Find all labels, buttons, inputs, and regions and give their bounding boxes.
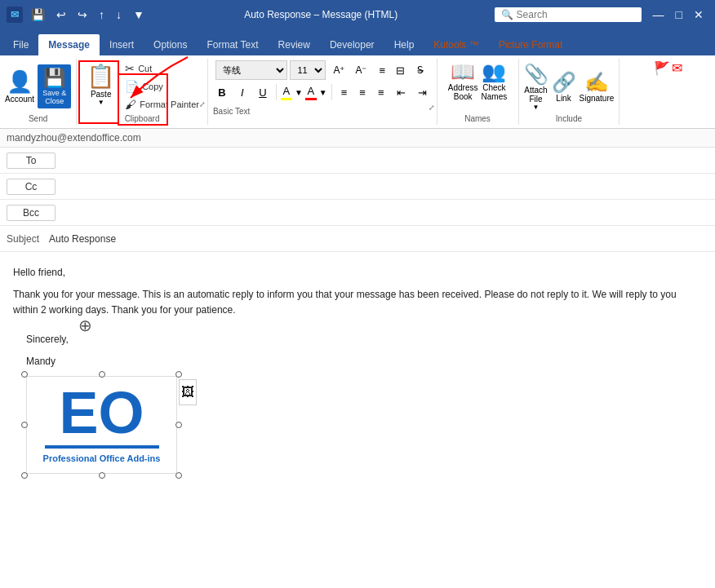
check-names-label: Check Names	[482, 83, 508, 101]
save-button[interactable]: 💾	[28, 7, 48, 23]
attach-dropdown-icon: ▼	[533, 104, 540, 111]
subject-value: Auto Response	[49, 233, 116, 245]
logo-tagline: Professional Office Add-ins	[43, 452, 161, 466]
tab-options[interactable]: Options	[144, 34, 197, 55]
highlight-color-button[interactable]: A	[281, 85, 292, 100]
save-close-icon: 💾	[43, 68, 65, 89]
cut-button[interactable]: ✂ Cut	[122, 60, 202, 77]
align-center-button[interactable]: ≡	[354, 82, 371, 102]
clipboard-group: 📋 Paste ▼ ✂ Cut 📄 Copy 🖌 Format Paint	[77, 59, 208, 125]
bcc-label[interactable]: Bcc	[7, 205, 56, 221]
signature-button[interactable]: ✍ Signature	[580, 71, 615, 103]
title-bar-left: ✉ 💾 ↩ ↪ ↑ ↓ ▼	[7, 7, 148, 23]
attach-file-button[interactable]: 📎 Attach File ▼	[524, 63, 548, 111]
cc-label[interactable]: Cc	[7, 179, 56, 195]
account-button[interactable]: 👤 Account	[5, 69, 34, 104]
close-button[interactable]: ✕	[689, 7, 708, 23]
to-label[interactable]: To	[7, 153, 56, 169]
maximize-button[interactable]: □	[671, 7, 687, 23]
decrease-indent-button[interactable]: ⇤	[392, 82, 411, 102]
email-body[interactable]: Hello friend, Thank you for your message…	[0, 252, 715, 588]
tab-review[interactable]: Review	[269, 34, 320, 55]
numbering-button[interactable]: ⊟	[391, 60, 410, 80]
logo-box[interactable]: EO Professional Office Add-ins	[26, 376, 177, 474]
flag-icon: 🚩	[654, 60, 670, 76]
grow-font-button[interactable]: A⁺	[328, 60, 349, 80]
bcc-input[interactable]	[62, 204, 715, 222]
link-button[interactable]: 🔗 Link	[552, 71, 576, 103]
main-content: mandyzhou@extendoffice.com To Cc Bcc Sub…	[0, 129, 715, 588]
paste-label: Paste	[91, 90, 112, 99]
strikethrough-button[interactable]: S̶	[412, 60, 429, 80]
font-color-button[interactable]: A	[305, 85, 317, 100]
highlight-dropdown-icon[interactable]: ▼	[295, 88, 303, 97]
to-row: To	[0, 148, 715, 174]
bold-button[interactable]: B	[213, 82, 231, 102]
paste-button[interactable]: 📋 Paste ▼	[82, 60, 120, 108]
font-size-select[interactable]: 11	[290, 60, 326, 80]
include-group-label: Include	[556, 113, 582, 123]
list-format-group: ≡ ⊟	[374, 60, 410, 80]
check-names-button[interactable]: 👥 Check Names	[482, 60, 508, 101]
app-icon: ✉	[7, 7, 23, 23]
signature-label: Signature	[580, 94, 615, 103]
more-button[interactable]: ▼	[130, 7, 148, 23]
send-group: 👤 Account 💾 Save & Close Send	[0, 59, 77, 125]
cc-input[interactable]	[62, 178, 715, 196]
paste-icon: 📋	[87, 63, 115, 90]
title-bar: ✉ 💾 ↩ ↪ ↑ ↓ ▼ Auto Response – Message (H…	[0, 0, 715, 29]
copy-label: Copy	[142, 82, 163, 91]
align-left-button[interactable]: ≡	[336, 82, 353, 102]
search-box[interactable]: 🔍	[495, 7, 642, 22]
clipboard-group-label: Clipboard	[125, 113, 160, 123]
ribbon: 👤 Account 💾 Save & Close Send 📋 Paste ▼	[0, 55, 715, 129]
undo-button[interactable]: ↩	[53, 7, 69, 23]
tab-insert[interactable]: Insert	[100, 34, 144, 55]
address-book-button[interactable]: 📖 Address Book	[448, 60, 478, 101]
check-names-icon: 👥	[482, 60, 506, 83]
shrink-font-button[interactable]: A⁻	[350, 60, 371, 80]
font-color-dropdown-icon[interactable]: ▼	[319, 88, 327, 97]
tab-help[interactable]: Help	[384, 34, 424, 55]
window-title: Auto Response – Message (HTML)	[148, 9, 495, 20]
format-painter-button[interactable]: 🖌 Format Painter	[122, 96, 202, 113]
tab-kutools[interactable]: Kutools ™	[424, 34, 488, 55]
highlight-color-swatch	[281, 98, 292, 100]
search-icon: 🔍	[501, 9, 513, 20]
save-close-button[interactable]: 💾 Save & Close	[38, 64, 71, 108]
increase-indent-button[interactable]: ⇥	[413, 82, 432, 102]
link-icon: 🔗	[552, 71, 576, 94]
tab-file[interactable]: File	[3, 34, 38, 55]
save-close-label: Save & Close	[42, 89, 66, 105]
image-overlay-icon[interactable]: 🖼	[179, 379, 197, 405]
toolbar-separator-2	[331, 84, 332, 100]
tab-picture-format[interactable]: Picture Format	[489, 34, 573, 55]
bullets-button[interactable]: ≡	[374, 60, 390, 80]
underline-button[interactable]: U	[254, 82, 272, 102]
paste-dropdown-icon: ▼	[98, 99, 104, 106]
font-family-select[interactable]: 等线	[215, 60, 287, 80]
clipboard-expand-icon[interactable]: ⤢	[199, 100, 206, 108]
greeting: Hello friend,	[13, 265, 702, 281]
redo-button[interactable]: ↪	[74, 7, 91, 23]
subject-row: Subject Auto Response	[0, 226, 715, 252]
up-arrow-button[interactable]: ↑	[95, 7, 108, 23]
search-input[interactable]	[517, 9, 631, 20]
basic-text-group: 等线 11 A⁺ A⁻ ≡ ⊟ S̶ B I U A ▼	[208, 59, 437, 125]
align-right-button[interactable]: ≡	[373, 82, 389, 102]
to-input[interactable]	[62, 152, 715, 170]
italic-button[interactable]: I	[233, 82, 251, 102]
attach-file-icon: 📎	[524, 63, 548, 86]
copy-button[interactable]: 📄 Copy	[122, 78, 202, 95]
tab-format-text[interactable]: Format Text	[197, 34, 268, 55]
tab-developer[interactable]: Developer	[320, 34, 384, 55]
grow-shrink-group: A⁺ A⁻	[328, 60, 371, 80]
basic-text-expand-icon[interactable]: ⤢	[429, 104, 435, 112]
down-arrow-button[interactable]: ↓	[113, 7, 125, 23]
tab-message[interactable]: Message	[38, 34, 100, 55]
basic-text-group-label: Basic Text	[213, 105, 250, 116]
names-group: 📖 Address Book 👥 Check Names Names	[437, 59, 519, 125]
minimize-button[interactable]: —	[648, 7, 669, 23]
more-ribbon: 🚩 ✉	[620, 59, 715, 125]
copy-icon: 📄	[125, 80, 139, 93]
